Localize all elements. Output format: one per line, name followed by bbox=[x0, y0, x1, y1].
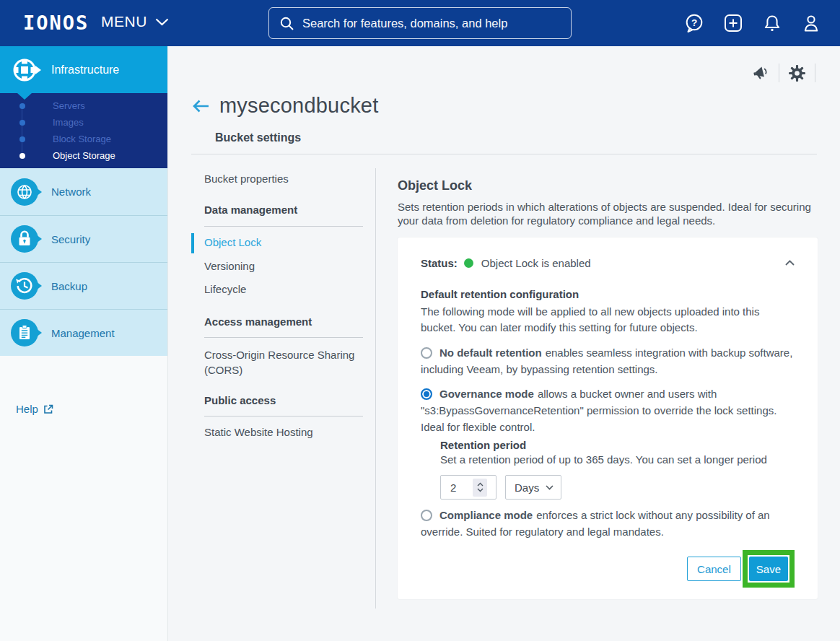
subnav-item-static-website-hosting[interactable]: Static Website Hosting bbox=[204, 426, 374, 438]
radio-compliance-mode[interactable] bbox=[421, 510, 432, 521]
divider bbox=[815, 64, 815, 82]
topbar: IONOS MENU ? bbox=[0, 0, 840, 46]
retention-value-input[interactable] bbox=[440, 475, 496, 500]
ionos-logo[interactable]: IONOS bbox=[23, 12, 89, 34]
object-lock-card: Status: Object Lock is enabled Default r… bbox=[398, 237, 818, 599]
submenu-label: Object Storage bbox=[53, 150, 115, 161]
security-icon bbox=[11, 225, 38, 253]
notifications-button[interactable] bbox=[762, 13, 782, 33]
option-no-default-retention: No default retentionenables seamless int… bbox=[421, 344, 795, 378]
submenu-label: Images bbox=[53, 117, 84, 128]
menu-label: MENU bbox=[101, 13, 147, 30]
management-icon bbox=[11, 319, 38, 346]
sidebar-item-label: Security bbox=[51, 233, 90, 245]
megaphone-icon bbox=[753, 65, 770, 81]
save-button[interactable]: Save bbox=[749, 557, 788, 581]
announcements-button[interactable] bbox=[753, 65, 770, 81]
infrastructure-submenu: Servers Images Block Storage Object Stor… bbox=[0, 93, 167, 168]
subnav-item-bucket-properties[interactable]: Bucket properties bbox=[204, 173, 374, 185]
external-link-icon bbox=[43, 404, 53, 414]
subnav-divider bbox=[204, 416, 363, 417]
radio-no-default-retention[interactable] bbox=[421, 347, 432, 359]
search-input[interactable] bbox=[302, 17, 561, 30]
option-label: No default retention bbox=[439, 346, 542, 359]
submenu-label: Block Storage bbox=[53, 134, 111, 144]
submenu-label: Servers bbox=[53, 100, 85, 111]
retention-period-title: Retention period bbox=[440, 439, 795, 451]
settings-button[interactable] bbox=[788, 64, 806, 82]
bullet-icon bbox=[19, 120, 25, 126]
submenu-item-servers[interactable]: Servers bbox=[0, 97, 167, 114]
subnav-header-data-management: Data management bbox=[204, 204, 374, 216]
account-button[interactable] bbox=[801, 13, 821, 33]
chevron-down-icon bbox=[546, 485, 554, 490]
retention-unit-select[interactable]: Days bbox=[505, 475, 561, 500]
button-row: Cancel Save bbox=[421, 550, 795, 588]
page-actions bbox=[753, 64, 824, 82]
cancel-button[interactable]: Cancel bbox=[687, 557, 741, 581]
retention-period-block: Retention period Set a retention period … bbox=[440, 439, 795, 500]
sidebar-item-network[interactable]: Network bbox=[0, 168, 167, 215]
subnav-item-lifecycle[interactable]: Lifecycle bbox=[204, 283, 374, 295]
page-title: mysecondbucket bbox=[219, 94, 378, 118]
sidebar-item-backup[interactable]: Backup bbox=[0, 262, 167, 309]
object-lock-panel: Object Lock Sets retention periods in wh… bbox=[398, 178, 818, 599]
option-label: Compliance mode bbox=[439, 509, 533, 521]
status-row[interactable]: Status: Object Lock is enabled bbox=[421, 255, 795, 271]
sidebar-item-security[interactable]: Security bbox=[0, 215, 167, 262]
option-label: Governance mode bbox=[439, 388, 534, 400]
radio-governance-mode[interactable] bbox=[421, 388, 432, 400]
subnav-divider bbox=[204, 226, 363, 227]
submenu-item-images[interactable]: Images bbox=[0, 114, 167, 131]
status-dot bbox=[464, 258, 473, 268]
submenu-item-object-storage[interactable]: Object Storage bbox=[0, 147, 167, 164]
status-label: Status: bbox=[421, 257, 458, 269]
stepper-up-icon[interactable] bbox=[477, 482, 484, 487]
subnav-header-public-access: Public access bbox=[204, 394, 374, 406]
sidebar-item-label: Infrastructure bbox=[51, 64, 119, 77]
subnav-item-versioning[interactable]: Versioning bbox=[204, 260, 374, 272]
help-icon: ? bbox=[684, 13, 704, 33]
active-indicator bbox=[191, 233, 194, 253]
subnav-divider bbox=[204, 337, 363, 338]
tab-bucket-settings[interactable]: Bucket settings bbox=[215, 131, 301, 144]
help-label: Help bbox=[16, 403, 38, 415]
help-bubble-button[interactable]: ? bbox=[684, 13, 704, 33]
vertical-divider bbox=[375, 168, 376, 609]
backup-icon bbox=[11, 272, 38, 300]
subnav-item-cors[interactable]: Cross-Origin Resource Sharing (CORS) bbox=[204, 347, 374, 378]
panel-description: Sets retention periods in which alterati… bbox=[398, 200, 818, 227]
sidebar-item-label: Backup bbox=[51, 280, 87, 292]
create-button[interactable] bbox=[723, 13, 743, 33]
number-stepper[interactable] bbox=[473, 479, 487, 497]
retention-config-title: Default retention configuration bbox=[421, 288, 795, 300]
menu-button[interactable]: MENU bbox=[101, 13, 169, 30]
retention-value-field[interactable] bbox=[441, 481, 473, 494]
option-compliance-mode: Compliance modeenforces a strict lock wi… bbox=[421, 507, 795, 540]
sidebar-item-infrastructure[interactable]: Infrastructure bbox=[0, 46, 167, 93]
sidebar-item-management[interactable]: Management bbox=[0, 309, 167, 356]
stepper-down-icon[interactable] bbox=[477, 488, 484, 492]
divider bbox=[779, 64, 779, 82]
chevron-up-icon[interactable] bbox=[785, 260, 795, 266]
gear-icon bbox=[788, 64, 806, 82]
network-icon bbox=[11, 178, 38, 206]
subnav-item-object-lock[interactable]: Object Lock bbox=[204, 236, 374, 248]
infrastructure-icon bbox=[11, 56, 38, 84]
help-link[interactable]: Help bbox=[16, 403, 53, 415]
chevron-down-icon bbox=[155, 18, 169, 26]
search-icon bbox=[279, 15, 295, 32]
retention-config-description: The following mode will be applied to al… bbox=[421, 304, 796, 336]
sidebar-item-label: Network bbox=[51, 186, 91, 198]
plus-icon bbox=[723, 13, 743, 33]
user-icon bbox=[801, 13, 821, 33]
retention-unit-value: Days bbox=[515, 481, 539, 494]
topbar-icons: ? bbox=[684, 0, 821, 46]
back-arrow-icon[interactable] bbox=[192, 99, 210, 113]
sidebar: Infrastructure Servers Images Block Stor… bbox=[0, 46, 168, 641]
retention-period-hint: Set a retention period of up to 365 days… bbox=[440, 453, 795, 466]
main-content: mysecondbucket Bucket settings Bucket pr… bbox=[168, 46, 840, 641]
submenu-item-block-storage[interactable]: Block Storage bbox=[0, 131, 167, 147]
search-bar[interactable] bbox=[268, 7, 572, 39]
tab-divider bbox=[191, 154, 817, 154]
